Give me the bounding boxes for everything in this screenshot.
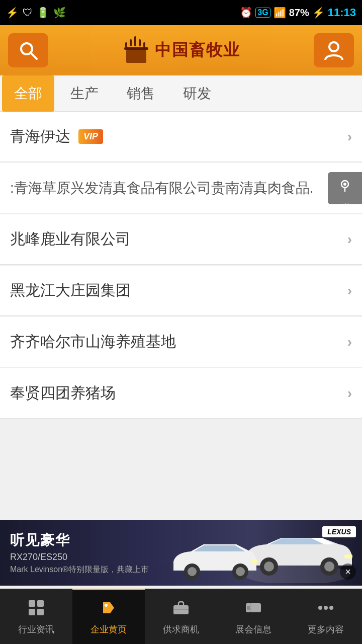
- nav-trade-label: 供求商机: [163, 623, 199, 635]
- nav-more-content[interactable]: 更多内容: [290, 589, 362, 644]
- list-item-scroll[interactable]: :青海草原兴发清真食品有限公司贵南清真肉食品. 附近: [0, 163, 362, 213]
- svg-rect-3: [130, 39, 132, 46]
- vip-badge: VIP: [78, 129, 103, 144]
- company-scroll-text: :青海草原兴发清真食品有限公司贵南清真肉食品.: [10, 179, 352, 198]
- list-item-content: 奉贤四团养猪场: [10, 383, 347, 404]
- svg-rect-23: [29, 600, 35, 607]
- battery-icon: 🔋: [37, 7, 49, 19]
- company-name: 青海伊达: [10, 126, 70, 147]
- svg-rect-26: [37, 609, 44, 615]
- app-logo: 中国畜牧业: [122, 35, 240, 65]
- list-item[interactable]: 奉贤四团养猪场 ›: [0, 368, 362, 419]
- svg-rect-17: [344, 554, 352, 558]
- briefcase-svg: [172, 599, 190, 616]
- tab-rd[interactable]: 研发: [169, 75, 225, 112]
- grid-icon: [28, 599, 45, 620]
- dots-icon: [317, 599, 334, 620]
- chevron-right-icon: ›: [347, 283, 352, 299]
- briefcase-icon: [172, 599, 190, 620]
- location-icon: [338, 178, 352, 192]
- lexus-logo: LEXUS: [322, 526, 356, 537]
- svg-line-1: [31, 53, 37, 59]
- svg-point-16: [324, 561, 334, 572]
- leaf-icon: 🌿: [53, 7, 66, 19]
- svg-rect-5: [125, 42, 127, 47]
- ad-banner[interactable]: 听见豪华 RX270/ES250 Mark Levinson®特别限量版，典藏上…: [0, 520, 362, 586]
- ad-close-button[interactable]: ×: [340, 564, 356, 580]
- nav-expo-label: 展会信息: [235, 623, 272, 635]
- ad-text: 听见豪华 RX270/ES250 Mark Levinson®特别限量版，典藏上…: [0, 523, 159, 583]
- svg-point-14: [264, 561, 274, 572]
- ad-desc: Mark Levinson®特别限量版，典藏上市: [10, 565, 149, 575]
- list-item-content: 兆峰鹿业有限公司: [10, 229, 347, 250]
- network-3g: 3G: [255, 8, 270, 18]
- search-icon: [18, 40, 39, 61]
- bottom-nav: 行业资讯 企业黄页 供求商机 展会信息: [0, 589, 362, 644]
- svg-point-19: [188, 567, 197, 576]
- svg-rect-25: [29, 609, 35, 615]
- svg-rect-24: [37, 600, 44, 607]
- nav-expo-info[interactable]: 展会信息: [217, 589, 290, 644]
- dots-svg: [317, 599, 334, 616]
- company-name: 兆峰鹿业有限公司: [10, 229, 131, 250]
- svg-rect-7: [124, 47, 148, 50]
- chevron-right-icon: ›: [347, 129, 352, 145]
- nav-trade-opportunities[interactable]: 供求商机: [145, 589, 217, 644]
- list-container: 青海伊达 VIP › :青海草原兴发清真食品有限公司贵南清真肉食品. 附近 兆峰…: [0, 112, 362, 419]
- tab-all[interactable]: 全部: [2, 75, 54, 112]
- svg-rect-28: [173, 605, 189, 614]
- tab-bar: 全部 生产 销售 研发: [0, 75, 362, 112]
- tab-sales[interactable]: 销售: [113, 75, 169, 112]
- user-button[interactable]: [314, 33, 354, 67]
- svg-point-35: [329, 606, 333, 610]
- tab-production[interactable]: 生产: [56, 75, 113, 112]
- company-name: 齐齐哈尔市山海养殖基地: [10, 332, 176, 352]
- svg-rect-6: [143, 42, 145, 47]
- chevron-right-icon: ›: [347, 334, 352, 350]
- signal-icon: 📶: [274, 7, 286, 19]
- shield-icon: 🛡: [23, 7, 33, 19]
- nearby-button[interactable]: 附近: [328, 172, 362, 204]
- svg-rect-8: [126, 50, 146, 63]
- nav-more-label: 更多内容: [308, 623, 344, 635]
- battery-charging-icon: ⚡: [312, 7, 325, 19]
- grid-svg: [28, 599, 45, 616]
- chevron-right-icon: ›: [347, 385, 352, 401]
- status-left-icons: ⚡ 🛡 🔋 🌿: [6, 7, 66, 19]
- nav-news-label: 行业资讯: [18, 623, 54, 635]
- ticket-icon: [245, 599, 262, 620]
- app-title: 中国畜牧业: [155, 39, 240, 61]
- svg-rect-22: [251, 559, 257, 563]
- ticket-svg: [245, 599, 262, 616]
- list-item[interactable]: 黑龙江大庄园集团 ›: [0, 266, 362, 316]
- list-item[interactable]: 青海伊达 VIP ›: [0, 112, 362, 162]
- usb-icon: ⚡: [6, 7, 19, 19]
- nearby-label: 附近: [337, 194, 352, 198]
- svg-rect-32: [247, 606, 250, 610]
- svg-rect-4: [139, 39, 141, 46]
- list-item[interactable]: 兆峰鹿业有限公司 ›: [0, 214, 362, 265]
- status-right-info: ⏰ 3G 📶 87% ⚡ 11:13: [240, 6, 356, 19]
- chevron-right-icon: ›: [347, 231, 352, 248]
- ad-subtitle: RX270/ES250: [10, 552, 149, 562]
- time-display: 11:13: [328, 6, 356, 19]
- ad-title: 听见豪华: [10, 531, 149, 550]
- nav-industry-news[interactable]: 行业资讯: [0, 589, 72, 644]
- svg-point-33: [318, 606, 322, 610]
- empty-area: [0, 420, 362, 520]
- svg-point-9: [329, 42, 338, 51]
- company-name: 奉贤四团养猪场: [10, 383, 116, 404]
- tag-icon: [100, 599, 117, 620]
- svg-point-34: [324, 606, 328, 610]
- logo-icon: [122, 35, 150, 65]
- tag-svg: [100, 599, 117, 616]
- svg-point-27: [105, 604, 108, 607]
- list-item-content: 青海伊达 VIP: [10, 126, 347, 147]
- company-name: 黑龙江大庄园集团: [10, 280, 131, 301]
- nav-company-directory[interactable]: 企业黄页: [72, 589, 145, 644]
- list-item[interactable]: 齐齐哈尔市山海养殖基地 ›: [0, 317, 362, 367]
- clock-icon: ⏰: [240, 7, 252, 19]
- list-item-content: 黑龙江大庄园集团: [10, 280, 347, 301]
- status-bar: ⚡ 🛡 🔋 🌿 ⏰ 3G 📶 87% ⚡ 11:13: [0, 0, 362, 25]
- search-button[interactable]: [8, 33, 48, 67]
